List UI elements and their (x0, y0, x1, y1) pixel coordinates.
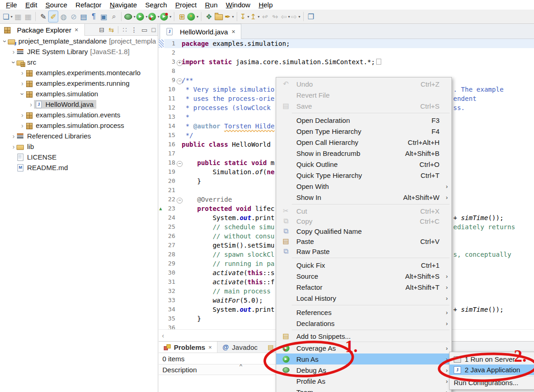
tab-javadoc[interactable]: @Javadoc (217, 342, 263, 353)
code-line[interactable]: 3+import static jasima.core.simulation.S… (159, 57, 534, 66)
submenu-item-2-java-application[interactable]: 2 Java Application (450, 364, 534, 375)
scroll-left-icon[interactable]: ‹ (162, 332, 164, 339)
external-tools-icon[interactable]: ▾ (187, 11, 198, 22)
close-icon[interactable]: × (232, 28, 235, 35)
prev-annotation-icon[interactable]: ↥▾ (250, 11, 259, 22)
menu-item-profile-as[interactable]: Profile As› (276, 375, 451, 386)
expander-icon[interactable]: › (19, 69, 25, 77)
next-annotation-icon[interactable]: ↧▾ (240, 11, 249, 22)
menubar-item-refactor[interactable]: Refactor (72, 0, 106, 9)
tree-item-examples-experiments-running[interactable]: ›examples.experiments.running (0, 78, 158, 88)
expander-icon[interactable]: › (11, 48, 17, 55)
skip-breakpoints-icon[interactable]: ⊘ (69, 11, 78, 22)
open-console-icon[interactable]: ▣ (99, 11, 108, 22)
submenu-item-run-configurations[interactable]: Run Configurations... (450, 377, 534, 388)
expander-icon[interactable]: › (19, 122, 25, 129)
submenu-item-1-run-on-server[interactable]: 1 Run on Server (450, 354, 534, 364)
open-type-icon[interactable]: ❖ (204, 11, 213, 22)
menu-item-open-call-hierarchy[interactable]: Open Call HierarchyCtrl+Alt+H (276, 137, 451, 148)
collapsed-region-icon[interactable] (376, 59, 381, 65)
tree-item-examples-simulation-events[interactable]: ›examples.simulation.events (0, 110, 158, 120)
dropdown-arrow-icon[interactable]: ▾ (258, 15, 260, 19)
menu-item-debug-as[interactable]: Debug As› (276, 364, 451, 375)
menubar-item-search[interactable]: Search (141, 0, 172, 9)
menubar-item-file[interactable]: File (2, 0, 21, 9)
tab-package-explorer[interactable]: Package Explorer × (0, 24, 85, 36)
menu-item-local-history[interactable]: Local History› (276, 293, 451, 304)
menubar-item-edit[interactable]: Edit (21, 0, 41, 9)
new-java-project-icon[interactable]: ⊞ (177, 11, 186, 22)
menu-item-add-to-snippets[interactable]: ▤Add to Snippets... (276, 331, 451, 341)
dropdown-arrow-icon[interactable]: ▾ (134, 15, 135, 19)
tree-item-examples-experiments-montecarlo[interactable]: ›examples.experiments.montecarlo (0, 67, 158, 78)
menu-item-raw-paste[interactable]: ⧉Raw Paste (276, 246, 451, 256)
menu-item-refactor[interactable]: RefactorAlt+Shift+T› (276, 282, 451, 293)
forward-icon[interactable]: ⇨▾ (291, 11, 300, 22)
menu-item-quick-type-hierarchy[interactable]: Quick Type HierarchyCtrl+T (276, 170, 451, 181)
last-edit-back-icon[interactable]: ↫ (261, 11, 270, 22)
expander-icon[interactable]: › (19, 80, 25, 87)
menu-item-declarations[interactable]: Declarations› (276, 318, 451, 329)
search-needle-icon[interactable]: ⌕ (109, 11, 118, 22)
code-line[interactable]: 1package examples.simulation; (159, 39, 534, 48)
menu-item-run-as[interactable]: Run As› (276, 353, 451, 364)
dropdown-arrow-icon[interactable]: ▾ (145, 15, 147, 19)
menu-item-references[interactable]: References› (276, 307, 451, 318)
java-search-icon[interactable]: ✒▾ (224, 11, 234, 22)
tree-item-lib[interactable]: ›lib (0, 141, 158, 152)
dropdown-arrow-icon[interactable]: ▾ (196, 15, 198, 19)
expander-icon[interactable]: › (11, 143, 17, 150)
dropdown-arrow-icon[interactable]: ▾ (169, 15, 171, 19)
menu-item-show-in[interactable]: Show InAlt+Shift+W› (276, 192, 451, 203)
menu-item-copy-qualified-name[interactable]: ⧉Copy Qualified Name (276, 226, 451, 236)
menu-item-open-with[interactable]: Open With› (276, 181, 451, 192)
minimize-icon[interactable]: ▭ (141, 26, 147, 33)
tab-problems[interactable]: Problems× (159, 342, 217, 353)
expander-icon[interactable]: › (11, 133, 17, 140)
focus-icon[interactable]: ∷ (122, 26, 127, 33)
menubar-item-help[interactable]: Help (255, 0, 277, 9)
tree-item-project-template-standalone[interactable]: ›project_template_standalone[project_tem… (0, 36, 158, 46)
debug-icon[interactable]: ▾ (124, 11, 135, 22)
menu-item-paste[interactable]: ▤PasteCtrl+V (276, 236, 451, 246)
mark-occurrences-icon[interactable]: ✐ (49, 11, 58, 22)
link-with-editor-icon[interactable]: ⇆ (109, 26, 114, 33)
menu-item-source[interactable]: SourceAlt+Shift+S› (276, 271, 451, 282)
tab-helloworld-java[interactable]: HelloWorld.java × (160, 24, 241, 39)
close-icon[interactable]: × (208, 344, 212, 351)
profile-icon[interactable]: ▾ (160, 11, 171, 22)
menubar-item-window[interactable]: Window (222, 0, 254, 9)
new-editor-window-icon[interactable]: ❐ (306, 11, 316, 22)
dropdown-arrow-icon[interactable]: ▾ (232, 15, 234, 19)
menu-item-team[interactable]: Team› (276, 386, 451, 392)
back-icon[interactable]: ⇦▾ (281, 11, 290, 22)
code-line[interactable]: 2 (159, 48, 534, 57)
menu-item-quick-outline[interactable]: Quick OutlineCtrl+O (276, 159, 451, 170)
tree-item-examples-simulation[interactable]: ›examples.simulation (0, 88, 158, 99)
menu-item-open-declaration[interactable]: Open DeclarationF3 (276, 115, 451, 126)
dropdown-arrow-icon[interactable]: ▾ (288, 15, 290, 19)
expander-icon[interactable]: › (19, 111, 25, 119)
open-task-icon[interactable]: ✎ (39, 11, 48, 22)
menu-item-show-in-breadcrumb[interactable]: Show in BreadcrumbAlt+Shift+B (276, 148, 451, 159)
tree-item-license[interactable]: LICENSE (0, 152, 158, 162)
close-icon[interactable]: × (74, 26, 78, 33)
last-edit-forward-icon[interactable]: ↬ (271, 11, 280, 22)
menubar-item-project[interactable]: Project (171, 0, 201, 9)
tree-item-jre-system-library[interactable]: ›JRE System Library[JavaSE-1.8] (0, 46, 158, 57)
dropdown-arrow-icon[interactable]: ▾ (157, 15, 159, 19)
collapse-all-icon[interactable]: ⊟ (99, 26, 105, 33)
open-resource-icon[interactable] (214, 11, 223, 22)
tree-item-src[interactable]: ›src (0, 57, 158, 67)
view-menu-icon[interactable]: ⋮ (131, 26, 137, 33)
dropdown-arrow-icon[interactable]: ▾ (299, 15, 300, 19)
maximize-icon[interactable]: □ (152, 26, 156, 33)
dropdown-arrow-icon[interactable]: ▾ (11, 15, 12, 19)
world-icon[interactable]: ◍ (59, 11, 68, 22)
menubar-item-source[interactable]: Source (41, 0, 72, 9)
tree-item-referenced-libraries[interactable]: ›Referenced Libraries (0, 131, 158, 141)
tree-item-examples-simulation-process[interactable]: ›examples.simulation.process (0, 120, 158, 131)
coverage-icon[interactable]: ▾ (148, 11, 159, 22)
show-whitespace-icon[interactable]: ¶ (89, 11, 98, 22)
show-selected-element-icon[interactable]: ▤ (79, 11, 88, 22)
